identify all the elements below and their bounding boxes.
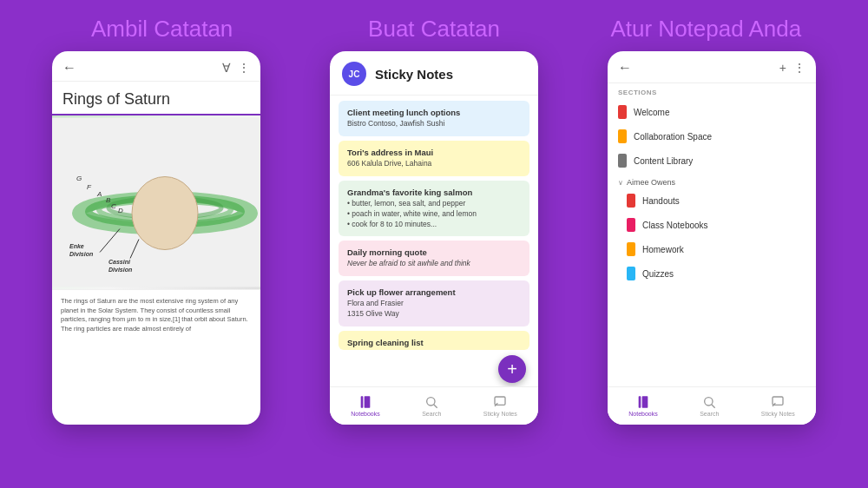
phone2: JC Sticky Notes Client meeting lunch opt…	[330, 51, 538, 425]
search-funnel-icon[interactable]: ∀	[222, 61, 231, 75]
sticky-note-6[interactable]: Spring cleaning list	[339, 331, 529, 350]
svg-rect-19	[361, 396, 364, 407]
nav-sticky-label: Sticky Notes	[483, 411, 517, 417]
phone3-sticky-icon	[771, 395, 785, 409]
svg-text:Cassini: Cassini	[108, 259, 131, 265]
section-homework[interactable]: Homework	[608, 237, 816, 261]
group-name: Aimee Owens	[627, 178, 675, 187]
svg-text:D: D	[118, 207, 123, 214]
nav-sticky[interactable]: Sticky Notes	[483, 395, 517, 417]
section-class-notebooks[interactable]: Class Notebooks	[608, 213, 816, 237]
collaboration-color-dot	[618, 129, 627, 143]
sticky-notes-icon	[493, 395, 507, 409]
sticky-note-3-body: • butter, lemon, sea salt, and pepper• p…	[347, 199, 521, 230]
sticky-note-2-body: 606 Kalula Drive, Lahaina	[347, 159, 521, 169]
sticky-note-1-body: Bistro Contoso, Jawfish Sushi	[347, 119, 521, 129]
phone3-bottom-nav: Notebooks Search Sti	[608, 386, 816, 425]
homework-label: Homework	[642, 245, 684, 254]
homework-color-dot	[627, 242, 635, 256]
phone3-add-icon[interactable]: +	[779, 61, 786, 75]
section3-title: Atur Notepad Anda	[575, 16, 836, 43]
phone3: ← + ⋮ SECTIONS Welcome Collaboration Spa…	[608, 51, 816, 425]
sticky-note-5[interactable]: Pick up flower arrangement Flora and Fra…	[339, 280, 529, 326]
phone3-nav-sticky-label: Sticky Notes	[761, 411, 795, 417]
phone3-nav-notebooks-label: Notebooks	[628, 411, 657, 417]
quizzes-label: Quizzes	[642, 269, 674, 279]
phone3-nav-sticky[interactable]: Sticky Notes	[761, 395, 795, 417]
phone3-more-icon[interactable]: ⋮	[793, 61, 806, 75]
user-avatar: JC	[342, 62, 366, 86]
sticky-note-2-title: Tori's address in Maui	[347, 148, 521, 157]
phone2-header: JC Sticky Notes	[330, 51, 538, 96]
handouts-label: Handouts	[642, 196, 680, 206]
section-content-library[interactable]: Content Library	[608, 148, 816, 173]
notebooks-icon	[358, 395, 372, 409]
library-color-dot	[618, 154, 627, 168]
sticky-note-4[interactable]: Daily morning quote Never be afraid to s…	[339, 241, 529, 276]
svg-text:Division: Division	[108, 267, 132, 273]
sticky-note-3-title: Grandma's favorite king salmon	[347, 188, 521, 197]
sticky-note-1[interactable]: Client meeting lunch options Bistro Cont…	[339, 101, 529, 136]
class-notebooks-label: Class Notebooks	[642, 221, 708, 230]
search-icon	[424, 395, 438, 409]
section2-title: Buat Catatan	[304, 16, 564, 43]
phone3-search-icon	[702, 395, 716, 409]
add-note-fab[interactable]: +	[498, 355, 526, 383]
quizzes-color-dot	[627, 267, 635, 280]
svg-text:C: C	[111, 202, 116, 210]
sticky-note-1-title: Client meeting lunch options	[347, 108, 521, 117]
sticky-note-4-body: Never be afraid to sit awhile and think	[347, 259, 521, 269]
sticky-notes-title: Sticky Notes	[375, 67, 453, 82]
back-icon[interactable]: ←	[62, 60, 76, 76]
more-options-icon[interactable]: ⋮	[238, 61, 250, 75]
collaboration-label: Collaboration Space	[634, 132, 712, 142]
nav-notebooks-label: Notebooks	[351, 411, 379, 417]
svg-text:A: A	[96, 190, 102, 198]
phone1: ← ∀ ⋮ Rings of Saturn	[52, 51, 260, 425]
svg-text:Division: Division	[69, 251, 93, 257]
class-notebooks-color-dot	[627, 218, 635, 232]
sticky-note-2[interactable]: Tori's address in Maui 606 Kalula Drive,…	[339, 141, 529, 176]
svg-point-27	[705, 398, 713, 406]
section1-title: Ambil Catatan	[32, 16, 293, 43]
sections-label: SECTIONS	[608, 83, 816, 100]
phone3-notebooks-icon	[636, 395, 650, 409]
section-welcome[interactable]: Welcome	[608, 100, 816, 124]
sticky-note-5-body: Flora and Frasier1315 Olive Way	[347, 299, 521, 320]
sticky-note-4-title: Daily morning quote	[347, 247, 521, 257]
welcome-color-dot	[618, 105, 627, 119]
nav-search[interactable]: Search	[422, 395, 441, 417]
saturn-image: G F A B C D Enke Division Cassini	[52, 115, 260, 289]
svg-rect-25	[639, 396, 641, 407]
phone2-bottom-nav: Notebooks Search Sti	[330, 386, 538, 425]
phone3-nav-search[interactable]: Search	[700, 395, 719, 417]
nav-notebooks[interactable]: Notebooks	[351, 395, 379, 417]
section-handouts[interactable]: Handouts	[608, 188, 816, 213]
nav-search-label: Search	[422, 411, 441, 417]
section-collaboration[interactable]: Collaboration Space	[608, 124, 816, 148]
sticky-note-5-title: Pick up flower arrangement	[347, 287, 521, 297]
phone3-nav-notebooks[interactable]: Notebooks	[628, 395, 657, 417]
svg-text:G: G	[76, 175, 82, 182]
sticky-note-3[interactable]: Grandma's favorite king salmon • butter,…	[339, 181, 529, 237]
svg-line-22	[434, 405, 437, 408]
phone3-back-icon[interactable]: ←	[618, 60, 632, 76]
phone1-header: ← ∀ ⋮	[52, 51, 260, 82]
svg-line-28	[712, 405, 715, 408]
phone3-nav-search-label: Search	[700, 411, 719, 417]
saturn-caption: The rings of Saturn are the most extensi…	[52, 289, 260, 340]
note-title: Rings of Saturn	[52, 82, 260, 115]
group-aimee-owens[interactable]: Aimee Owens	[608, 173, 816, 188]
sticky-note-6-title: Spring cleaning list	[347, 338, 521, 347]
svg-text:Enke: Enke	[69, 243, 84, 249]
handouts-color-dot	[627, 194, 635, 208]
svg-point-21	[427, 398, 435, 406]
phone3-header: ← + ⋮	[608, 51, 816, 83]
library-label: Content Library	[634, 156, 693, 166]
svg-rect-26	[642, 396, 648, 407]
welcome-label: Welcome	[634, 108, 670, 117]
section-quizzes[interactable]: Quizzes	[608, 261, 816, 286]
svg-rect-20	[365, 396, 371, 407]
